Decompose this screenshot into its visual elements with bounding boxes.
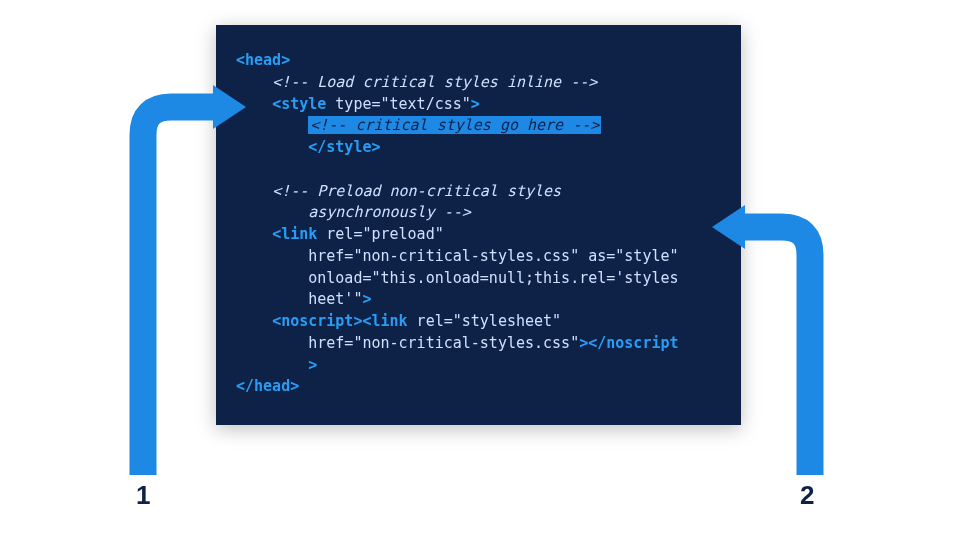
annotation-label-1: 1: [136, 480, 150, 511]
attr-noscript-href: href="non-critical-styles.css": [308, 334, 579, 352]
arrow-one: [118, 95, 238, 475]
diagram-stage: <head> <!-- Load critical styles inline …: [0, 0, 960, 540]
tag-noscript-open: <noscript>: [272, 312, 362, 330]
tag-noscript-close-bracket: >: [308, 356, 317, 374]
tag-head-open: <head>: [236, 51, 290, 69]
code-block: <head> <!-- Load critical styles inline …: [236, 50, 721, 398]
comment-critical-inline: <!-- Load critical styles inline -->: [272, 73, 597, 91]
tag-style-close: </style>: [308, 138, 380, 156]
tag-noscript-link-close: >: [579, 334, 588, 352]
attr-link-onload-a: onload="this.onload=null;this.rel='style…: [308, 269, 678, 287]
attr-link-onload-b: heet'": [308, 290, 362, 308]
tag-noscript-close: </noscript: [588, 334, 678, 352]
code-box: <head> <!-- Load critical styles inline …: [216, 25, 741, 425]
annotation-label-2: 2: [800, 480, 814, 511]
svg-marker-1: [712, 205, 745, 249]
highlight-critical: <!-- critical styles go here -->: [308, 116, 601, 134]
comment-preload-a: <!-- Preload non-critical styles: [272, 182, 561, 200]
attr-style-type: type="text/css": [326, 95, 471, 113]
tag-link-open: <link: [272, 225, 317, 243]
tag-noscript-link-open: <link: [362, 312, 407, 330]
tag-style-open-bracket: >: [471, 95, 480, 113]
attr-link-href-as: href="non-critical-styles.css" as="style…: [308, 247, 678, 265]
tag-link-close-bracket: >: [362, 290, 371, 308]
comment-preload-b: asynchronously -->: [308, 203, 471, 221]
tag-style-open: <style: [272, 95, 326, 113]
attr-noscript-rel: rel="stylesheet": [408, 312, 562, 330]
attr-link-rel: rel="preload": [317, 225, 443, 243]
arrow-two: [700, 200, 830, 480]
